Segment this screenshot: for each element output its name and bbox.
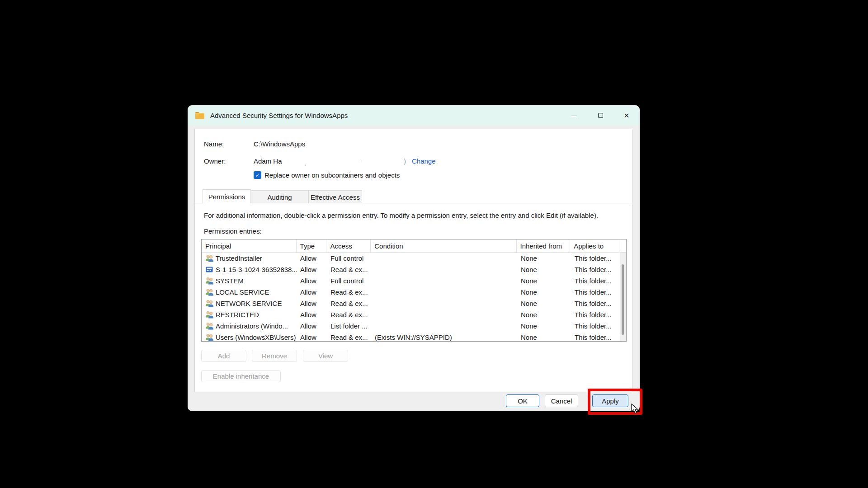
window-title: Advanced Security Settings for WindowsAp… bbox=[210, 112, 348, 119]
minimize-button[interactable]: — bbox=[561, 105, 587, 126]
list-header: Principal Type Access Condition Inherite… bbox=[202, 239, 626, 253]
cell-principal: RESTRICTED bbox=[216, 311, 259, 319]
column-header-applies-to[interactable]: Applies to bbox=[570, 239, 619, 252]
column-header-access[interactable]: Access bbox=[326, 239, 371, 252]
permission-entries-list: Principal Type Access Condition Inherite… bbox=[201, 239, 627, 342]
table-row[interactable]: SYSTEM Allow Full control None This fold… bbox=[202, 275, 626, 286]
users-group-icon bbox=[205, 333, 214, 341]
cell-type: Allow bbox=[297, 298, 327, 309]
tab-permissions[interactable]: Permissions bbox=[203, 189, 251, 203]
permission-entries-label: Permission entries: bbox=[204, 227, 262, 235]
table-row[interactable]: RESTRICTED Allow Read & ex... None This … bbox=[202, 309, 626, 320]
maximize-button[interactable] bbox=[587, 105, 613, 126]
cell-inherited-from: None bbox=[517, 298, 571, 309]
users-group-icon bbox=[205, 254, 214, 262]
cell-inherited-from: None bbox=[517, 264, 571, 275]
cell-applies-to: This folder... bbox=[571, 286, 620, 298]
scrollbar-thumb[interactable] bbox=[622, 264, 624, 335]
owner-redacted-mark: ) bbox=[404, 157, 406, 165]
table-row[interactable]: S-1-15-3-1024-36352838... Allow Read & e… bbox=[202, 264, 626, 275]
cell-applies-to: This folder... bbox=[571, 253, 620, 264]
column-header-type[interactable]: Type bbox=[297, 239, 327, 252]
folder-icon bbox=[195, 112, 205, 120]
table-row[interactable]: LOCAL SERVICE Allow Read & ex... None Th… bbox=[202, 286, 626, 298]
users-group-icon bbox=[205, 300, 214, 307]
cell-applies-to: This folder... bbox=[571, 275, 620, 286]
owner-label: Owner: bbox=[204, 157, 226, 165]
owner-redacted-mark: , bbox=[304, 159, 306, 167]
cell-inherited-from: None bbox=[517, 320, 571, 332]
cell-inherited-from: None bbox=[517, 332, 571, 342]
replace-owner-checkbox[interactable]: ✓ bbox=[254, 171, 261, 179]
view-button[interactable]: View bbox=[303, 350, 348, 362]
table-row[interactable]: Users (WindowsXB\Users) Allow Read & ex.… bbox=[202, 332, 626, 342]
column-header-filler bbox=[619, 239, 626, 252]
cell-principal: SYSTEM bbox=[216, 277, 244, 285]
cell-type: Allow bbox=[297, 264, 327, 275]
cell-applies-to: This folder... bbox=[571, 264, 620, 275]
remove-button[interactable]: Remove bbox=[252, 350, 297, 362]
cell-condition bbox=[371, 320, 517, 332]
advanced-security-settings-dialog: Advanced Security Settings for WindowsAp… bbox=[188, 105, 640, 411]
enable-inheritance-button[interactable]: Enable inheritance bbox=[201, 370, 281, 382]
users-group-icon bbox=[205, 277, 214, 285]
owner-redacted-mark: – bbox=[361, 157, 365, 165]
name-value: C:\WindowsApps bbox=[254, 140, 305, 148]
cell-condition bbox=[371, 309, 517, 320]
tab-effective-access[interactable]: Effective Access bbox=[308, 190, 362, 203]
close-icon: ✕ bbox=[624, 112, 630, 120]
cell-inherited-from: None bbox=[517, 286, 571, 298]
cell-access: Full control bbox=[327, 253, 371, 264]
cell-applies-to: This folder... bbox=[571, 309, 620, 320]
cell-principal: S-1-15-3-1024-36352838... bbox=[216, 266, 297, 273]
table-row[interactable]: NETWORK SERVICE Allow Read & ex... None … bbox=[202, 298, 626, 309]
vertical-scrollbar[interactable] bbox=[620, 253, 626, 342]
desktop-background: Advanced Security Settings for WindowsAp… bbox=[0, 0, 868, 488]
cell-condition: (Exists WIN://SYSAPPID) bbox=[371, 332, 517, 342]
column-header-condition[interactable]: Condition bbox=[371, 239, 516, 252]
minimize-icon: — bbox=[571, 113, 577, 119]
name-label: Name: bbox=[204, 140, 224, 148]
tab-auditing[interactable]: Auditing bbox=[251, 190, 308, 203]
cell-type: Allow bbox=[297, 286, 327, 298]
replace-owner-checkbox-label: Replace owner on subcontainers and objec… bbox=[264, 171, 400, 179]
add-button[interactable]: Add bbox=[201, 350, 246, 362]
cell-condition bbox=[371, 264, 517, 275]
close-button[interactable]: ✕ bbox=[613, 105, 640, 126]
titlebar: Advanced Security Settings for WindowsAp… bbox=[188, 105, 640, 126]
cell-principal: Users (WindowsXB\Users) bbox=[216, 333, 296, 341]
cell-type: Allow bbox=[297, 309, 327, 320]
cell-type: Allow bbox=[297, 275, 327, 286]
owner-value: Adam Ha bbox=[254, 157, 282, 165]
column-header-principal[interactable]: Principal bbox=[202, 239, 297, 252]
cell-applies-to: This folder... bbox=[571, 320, 620, 332]
cell-inherited-from: None bbox=[517, 253, 571, 264]
column-header-inherited-from[interactable]: Inherited from bbox=[517, 239, 571, 252]
cancel-button[interactable]: Cancel bbox=[545, 394, 578, 407]
cell-principal: TrustedInstaller bbox=[216, 254, 262, 262]
maximize-icon bbox=[598, 113, 603, 118]
info-text: For additional information, double-click… bbox=[204, 211, 598, 219]
cell-access: List folder ... bbox=[327, 320, 371, 332]
apply-button[interactable]: Apply bbox=[592, 394, 628, 407]
cell-condition bbox=[371, 253, 517, 264]
cell-inherited-from: None bbox=[517, 275, 571, 286]
permission-table-body: TrustedInstaller Allow Full control None… bbox=[202, 253, 626, 342]
cell-type: Allow bbox=[297, 320, 327, 332]
cell-type: Allow bbox=[297, 332, 327, 342]
cell-principal: NETWORK SERVICE bbox=[216, 300, 282, 307]
users-group-icon bbox=[205, 322, 214, 330]
cell-access: Read & ex... bbox=[327, 298, 371, 309]
change-owner-link[interactable]: Change bbox=[412, 157, 436, 165]
cell-condition bbox=[371, 286, 517, 298]
ok-button[interactable]: OK bbox=[506, 394, 539, 407]
cell-inherited-from: None bbox=[517, 309, 571, 320]
cell-access: Read & ex... bbox=[327, 332, 371, 342]
table-row[interactable]: Administrators (Windo... Allow List fold… bbox=[202, 320, 626, 332]
tab-strip: Permissions Auditing Effective Access bbox=[195, 189, 632, 203]
content-panel: Name: C:\WindowsApps Owner: Adam Ha , – … bbox=[194, 129, 632, 392]
users-group-icon bbox=[205, 311, 214, 319]
cell-condition bbox=[371, 275, 517, 286]
table-row[interactable]: TrustedInstaller Allow Full control None… bbox=[202, 253, 626, 264]
cell-access: Full control bbox=[327, 275, 371, 286]
